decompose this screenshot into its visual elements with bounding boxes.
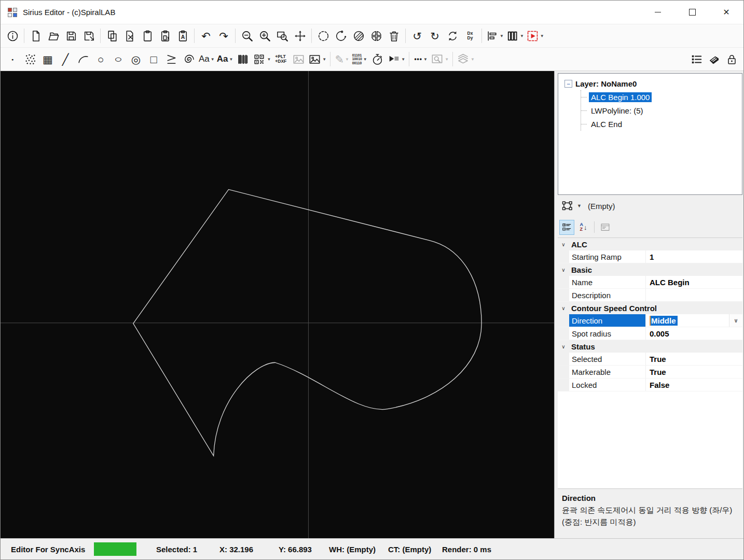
property-name[interactable]: Name [569,276,646,288]
delete-button[interactable] [385,27,403,45]
categorized-button[interactable] [559,220,574,235]
property-category-row[interactable]: ∨Contour Speed Control [558,302,742,314]
transform-dropdown-icon[interactable]: ▼ [577,203,582,208]
transform-tool-icon[interactable] [561,200,574,213]
save-as-button[interactable] [80,27,98,45]
binary-data-dropdown-icon[interactable]: ▼ [363,57,367,62]
property-pages-button[interactable] [598,220,613,235]
polyline-button[interactable] [162,50,180,68]
spiral-button[interactable] [180,50,198,68]
text-button[interactable]: Aa▼ [198,50,216,68]
text-bold-dropdown-icon[interactable]: ▼ [229,57,233,62]
more-options-button[interactable]: •••▼ [412,50,430,68]
alphabetical-button[interactable]: AZ↓ [576,220,591,235]
paste-text-button[interactable]: A [174,27,191,45]
pan-button[interactable] [291,27,309,45]
import-plt-dxf-button[interactable]: +PLT +DXF [272,50,290,68]
layer-stack-button[interactable] [705,50,723,68]
distribute-dropdown-icon[interactable]: ▼ [520,34,524,38]
scatter-points-button[interactable] [21,50,39,68]
property-value[interactable]: 1 [646,250,742,263]
entity-list-button[interactable] [687,50,705,68]
lock-button[interactable] [723,50,740,68]
property-name[interactable]: Description [569,289,646,301]
image-insert-dropdown-icon[interactable]: ▼ [322,57,326,62]
text-dropdown-icon[interactable]: ▼ [211,57,215,62]
offset-dxdy-button[interactable]: Dx Dy [461,27,479,45]
image-button[interactable] [290,50,307,68]
property-value[interactable]: ALC Begin [646,276,742,288]
zoom-in-button[interactable] [256,27,273,45]
property-name[interactable]: Markerable [569,366,646,378]
about-button[interactable] [4,27,21,45]
distribute-button[interactable]: ▼ [505,27,525,45]
transform-cycle-button[interactable] [444,27,461,45]
minimize-button[interactable] [641,1,675,24]
preview-dropdown-icon[interactable]: ▼ [445,57,449,62]
cut-button[interactable] [121,27,139,45]
marker-run-button[interactable]: ▼ [525,27,545,45]
category-collapse-icon[interactable]: ∨ [558,238,569,250]
hatch-fill-button[interactable] [350,27,367,45]
category-collapse-icon[interactable]: ∨ [558,340,569,353]
zoom-out-button[interactable] [238,27,256,45]
property-value[interactable]: Middle∨ [646,314,742,327]
circle-button[interactable]: ○ [92,50,109,68]
category-collapse-icon[interactable]: ∨ [558,302,569,314]
matrix-code-button[interactable]: ▼ [252,50,272,68]
image-insert-button[interactable]: ▼ [307,50,327,68]
mirror-quadrant-button[interactable] [367,27,385,45]
property-value[interactable] [646,289,742,301]
property-name[interactable]: Direction [569,314,646,327]
pen-dropdown-icon[interactable]: ▼ [345,57,349,62]
save-button[interactable] [62,27,80,45]
layers-dropdown-icon[interactable]: ▼ [471,57,475,62]
paste-button[interactable] [139,27,156,45]
property-value[interactable]: False [646,379,742,391]
rectangle-button[interactable]: □ [145,50,162,68]
property-category-row[interactable]: ∨Basic [558,263,742,276]
category-collapse-icon[interactable]: ∨ [558,263,569,276]
align-button[interactable]: ▼ [485,27,505,45]
property-category-row[interactable]: ∨ALC [558,238,742,250]
property-value-dropdown-icon[interactable]: ∨ [729,314,742,327]
property-name[interactable]: Spot radius [569,327,646,340]
ellipse-button[interactable]: ○ [109,50,127,68]
tree-root-row[interactable]: − Layer: NoName0 [558,77,742,90]
tree-item[interactable]: ALC Begin 1.000 [581,90,742,104]
rotate-ccw-button[interactable]: ↺ [408,27,426,45]
timer-button[interactable] [368,50,386,68]
property-name[interactable]: Locked [569,379,646,391]
marker-run-dropdown-icon[interactable]: ▼ [540,34,544,38]
align-dropdown-icon[interactable]: ▼ [500,34,504,38]
property-name[interactable]: Starting Ramp [569,250,646,263]
property-value[interactable]: 0.005 [646,327,742,340]
barcode-button[interactable] [234,50,252,68]
zoom-window-button[interactable] [273,27,291,45]
preview-button[interactable]: ▼ [430,50,450,68]
drawing-canvas[interactable] [1,71,554,538]
property-value-selected-text[interactable]: Middle [650,316,678,326]
new-file-button[interactable] [27,27,45,45]
arc-button[interactable] [74,50,92,68]
pen-button[interactable]: ✎▼ [333,50,351,68]
select-circle-button[interactable] [314,27,332,45]
close-button[interactable]: ✕ [709,1,743,24]
layers-button[interactable]: ▼ [456,50,476,68]
open-file-button[interactable] [45,27,62,45]
undo-button[interactable]: ↶ [197,27,215,45]
property-category-row[interactable]: ∨Status [558,340,742,353]
more-options-dropdown-icon[interactable]: ▼ [423,57,428,62]
property-name[interactable]: Selected [569,353,646,365]
point-button[interactable]: ● [4,50,21,68]
maximize-button[interactable] [675,1,709,24]
redo-button[interactable]: ↷ [215,27,232,45]
text-bold-button[interactable]: Aa▼ [216,50,235,68]
binary-data-button[interactable]: 01101 10010 00110▼ [351,50,368,68]
run-stop-button[interactable]: ▼ [386,50,406,68]
rotate-arc-button[interactable] [332,27,350,45]
tree-item[interactable]: ALC End [581,117,742,131]
paste-special-button[interactable] [156,27,174,45]
matrix-code-dropdown-icon[interactable]: ▼ [267,57,271,62]
copy-button[interactable] [103,27,121,45]
